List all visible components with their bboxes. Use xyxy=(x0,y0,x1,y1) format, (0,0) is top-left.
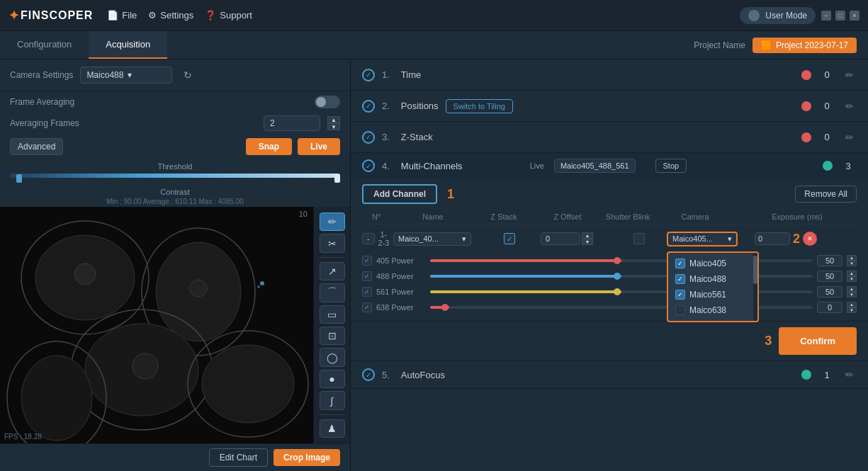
step-1-check[interactable]: ✓ xyxy=(362,69,375,81)
step-5-edit-icon[interactable]: ✏ xyxy=(842,369,857,380)
dropdown-check-maico405[interactable]: ✓ xyxy=(675,259,685,268)
channel-delete-button[interactable]: × xyxy=(803,232,817,246)
power-638-input[interactable] xyxy=(817,302,842,313)
tab-acquisition[interactable]: Acquisition xyxy=(89,31,167,59)
power-638-knob[interactable] xyxy=(441,304,449,311)
switch-tiling-button[interactable]: Switch to Tiling xyxy=(446,99,513,113)
power-488-up[interactable]: ▲ xyxy=(847,271,857,276)
power-488-knob[interactable] xyxy=(614,273,621,280)
remove-all-button[interactable]: Remove All xyxy=(795,186,857,203)
spin-down-button[interactable]: ▼ xyxy=(327,123,340,130)
circle-tool-button[interactable]: ● xyxy=(320,370,345,388)
power-405-input[interactable] xyxy=(817,255,842,266)
snap-button[interactable]: Snap xyxy=(246,138,292,155)
zoffset-down-button[interactable]: ▼ xyxy=(582,239,593,245)
threshold-left-handle[interactable] xyxy=(16,174,22,183)
tab-configuration[interactable]: Configuration xyxy=(0,31,89,59)
rect2-tool-button[interactable]: ⊡ xyxy=(320,327,345,345)
power-561-up[interactable]: ▲ xyxy=(847,286,857,292)
tab-acquisition-label: Acquisition xyxy=(106,39,150,50)
zoffset-input[interactable] xyxy=(541,232,580,245)
restore-button[interactable]: □ xyxy=(835,11,845,21)
pencil-tool-button[interactable]: ✏ xyxy=(320,212,345,231)
main-content: Camera Settings Maico488 ▾ ↻ Frame Avera… xyxy=(0,59,868,471)
power-638-down[interactable]: ▼ xyxy=(847,307,857,313)
power-638-up[interactable]: ▲ xyxy=(847,302,857,307)
power-405-knob[interactable] xyxy=(614,257,621,264)
dropdown-item-maico405[interactable]: ✓ Maico405 xyxy=(668,256,757,271)
step-5-check[interactable]: ✓ xyxy=(362,368,375,381)
power-488-input[interactable] xyxy=(817,271,842,282)
microscope-svg xyxy=(0,207,313,443)
confirm-button[interactable]: Confirm xyxy=(779,327,857,355)
threshold-slider[interactable] xyxy=(10,174,340,183)
exposure-input[interactable] xyxy=(755,232,790,245)
nav-file[interactable]: 📄 File xyxy=(107,10,137,21)
channel-remove-button[interactable]: - xyxy=(362,233,375,244)
dropdown-item-maico638[interactable]: Maico638 xyxy=(668,302,757,318)
camera-select-arrow: ▾ xyxy=(128,70,132,80)
scissors-tool-button[interactable]: ✂ xyxy=(320,234,345,252)
nav-support[interactable]: ❓ Support xyxy=(205,10,252,21)
camera-select[interactable]: Maico488 ▾ xyxy=(80,67,172,84)
power-561-knob[interactable] xyxy=(614,288,621,295)
live-button[interactable]: Live xyxy=(298,138,340,155)
shutter-checkbox[interactable] xyxy=(633,233,645,244)
project-label: Project Name xyxy=(694,40,745,50)
power-561-check[interactable]: ✓ xyxy=(362,287,372,297)
arrow-tool-button[interactable]: ↗ xyxy=(320,262,345,280)
dropdown-item-maico488[interactable]: ✓ Maico488 xyxy=(668,271,757,287)
power-488-down[interactable]: ▼ xyxy=(847,276,857,282)
bezier-tool-button[interactable]: ∫ xyxy=(320,391,345,409)
power-405-down[interactable]: ▼ xyxy=(847,261,857,266)
user-mode-toggle[interactable]: User Mode xyxy=(740,7,816,24)
channel-name-select[interactable]: Maico_40... ▾ xyxy=(393,232,471,246)
power-638-check[interactable]: ✓ xyxy=(362,302,372,312)
zstack-checkbox[interactable]: ✓ xyxy=(504,233,515,244)
step-2-check[interactable]: ✓ xyxy=(362,100,375,113)
averaging-frames-input[interactable] xyxy=(264,115,320,131)
step-1-edit-icon[interactable]: ✏ xyxy=(842,69,857,81)
add-channel-button[interactable]: Add Channel xyxy=(362,184,437,204)
power-561-input[interactable] xyxy=(817,286,842,297)
step-4-name: Multi-Channels xyxy=(401,161,523,171)
spin-up-button[interactable]: ▲ xyxy=(327,116,340,123)
power-405-up[interactable]: ▲ xyxy=(847,255,857,261)
step-3-edit-icon[interactable]: ✏ xyxy=(842,132,857,143)
user-mode-label: User Mode xyxy=(765,11,807,21)
ellipse-tool-button[interactable]: ◯ xyxy=(320,348,345,366)
dropdown-check-maico561[interactable]: ✓ xyxy=(675,290,685,300)
edit-chart-button[interactable]: Edit Chart xyxy=(209,448,268,467)
step-4-check[interactable]: ✓ xyxy=(362,159,375,172)
rect-tool-button[interactable]: ▭ xyxy=(320,305,345,324)
advanced-button[interactable]: Advanced xyxy=(10,138,63,155)
zoffset-up-button[interactable]: ▲ xyxy=(582,232,593,239)
dropdown-check-maico638[interactable] xyxy=(675,305,685,315)
logo-fin: ✦ xyxy=(9,8,19,23)
curve-tool-button[interactable]: ⌒ xyxy=(320,283,345,302)
step-2-edit-icon[interactable]: ✏ xyxy=(842,101,857,112)
power-488-check[interactable]: ✓ xyxy=(362,271,372,281)
refresh-button[interactable]: ↻ xyxy=(179,67,196,84)
dropdown-num-badge: 2 xyxy=(793,232,800,246)
bottom-bar: Edit Chart Crop Image xyxy=(0,443,350,471)
power-405-check[interactable]: ✓ xyxy=(362,256,372,266)
person-tool-button[interactable]: ♟ xyxy=(320,419,345,438)
close-button[interactable]: × xyxy=(850,11,859,21)
minimize-button[interactable]: − xyxy=(821,11,831,21)
power-561-down[interactable]: ▼ xyxy=(847,292,857,297)
camera-select-small[interactable]: Maico405... ▾ xyxy=(667,232,738,246)
dropdown-check-maico488[interactable]: ✓ xyxy=(675,274,685,284)
stop-button[interactable]: Stop xyxy=(655,159,687,173)
dropdown-scrollbar-thumb[interactable] xyxy=(753,256,757,284)
channel-name-value: Maico_40... xyxy=(398,234,439,243)
crop-image-button[interactable]: Crop Image xyxy=(274,449,340,466)
dropdown-item-maico561[interactable]: ✓ Maico561 xyxy=(668,287,757,302)
project-icon: 🟧 xyxy=(761,40,772,50)
step-3-check[interactable]: ✓ xyxy=(362,131,375,144)
threshold-right-handle[interactable] xyxy=(334,174,340,183)
nav-settings[interactable]: ⚙ Settings xyxy=(148,10,193,21)
frame-averaging-toggle[interactable] xyxy=(315,96,340,108)
step-zstack-row: ✓ 3. Z-Stack 0 ✏ xyxy=(351,122,868,153)
step-1-count: 0 xyxy=(818,69,835,80)
